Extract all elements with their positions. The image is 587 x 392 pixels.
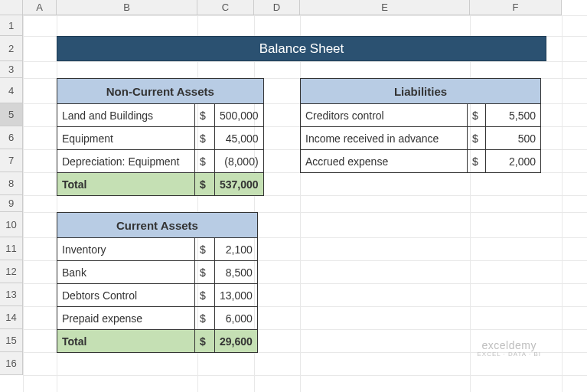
- row-header-13[interactable]: 13: [0, 283, 23, 306]
- row-value: 45,000: [215, 127, 264, 150]
- row-value: 6,000: [215, 307, 258, 330]
- row-value: 13,000: [215, 284, 258, 307]
- row-header-12[interactable]: 12: [0, 260, 23, 283]
- table-total-row[interactable]: Total$29,600: [57, 330, 258, 353]
- row-header-4[interactable]: 4: [0, 78, 23, 103]
- total-label: Total: [57, 173, 195, 196]
- row-label: Prepaid expense: [57, 307, 195, 330]
- row-value: 500,000: [215, 104, 264, 127]
- row-currency: $: [468, 127, 486, 150]
- total-currency: $: [195, 173, 215, 196]
- row-header-5[interactable]: 5: [0, 103, 23, 126]
- row-value: 5,500: [486, 104, 541, 127]
- row-header-3[interactable]: 3: [0, 61, 23, 78]
- row-currency: $: [468, 150, 486, 173]
- total-label: Total: [57, 330, 195, 353]
- row-currency: $: [195, 307, 215, 330]
- row-currency: $: [195, 238, 215, 261]
- row-label: Accrued expense: [301, 150, 468, 173]
- table-row[interactable]: Bank$8,500: [57, 261, 258, 284]
- col-header-A[interactable]: A: [23, 0, 57, 15]
- row-header-15[interactable]: 15: [0, 329, 23, 352]
- total-value: 29,600: [215, 330, 258, 353]
- nca-header: Non-Current Assets: [57, 79, 264, 104]
- table-row[interactable]: Debtors Control$13,000: [57, 284, 258, 307]
- watermark-tag: EXCEL · DATA · BI: [477, 351, 541, 358]
- row-currency: $: [195, 150, 215, 173]
- row-currency: $: [195, 104, 215, 127]
- row-value: (8,000): [215, 150, 264, 173]
- table-row[interactable]: Depreciation: Equipment$(8,000): [57, 150, 264, 173]
- row-currency: $: [195, 127, 215, 150]
- row-header-8[interactable]: 8: [0, 172, 23, 195]
- table-row[interactable]: Creditors control$5,500: [301, 104, 541, 127]
- row-header-11[interactable]: 11: [0, 237, 23, 260]
- row-header-2[interactable]: 2: [0, 36, 23, 61]
- table-non-current-assets: Non-Current Assets Land and Buildings$50…: [57, 78, 264, 196]
- liab-header: Liabilities: [301, 79, 541, 104]
- total-currency: $: [195, 330, 215, 353]
- row-header-16[interactable]: 16: [0, 352, 23, 375]
- table-row[interactable]: Inventory$2,100: [57, 238, 258, 261]
- row-header-6[interactable]: 6: [0, 126, 23, 149]
- row-currency: $: [468, 104, 486, 127]
- sheet-title-text: Balance Sheet: [259, 41, 344, 57]
- col-header-F[interactable]: F: [470, 0, 562, 15]
- row-currency: $: [195, 284, 215, 307]
- col-header-C[interactable]: C: [197, 0, 254, 15]
- row-value: 500: [486, 127, 541, 150]
- ca-header: Current Assets: [57, 213, 258, 238]
- row-value: 2,000: [486, 150, 541, 173]
- row-header-10[interactable]: 10: [0, 212, 23, 237]
- col-header-E[interactable]: E: [300, 0, 470, 15]
- row-label: Equipment: [57, 127, 195, 150]
- table-row[interactable]: Prepaid expense$6,000: [57, 307, 258, 330]
- row-value: 8,500: [215, 261, 258, 284]
- row-label: Income received in advance: [301, 127, 468, 150]
- table-row[interactable]: Accrued expense$2,000: [301, 150, 541, 173]
- row-currency: $: [195, 261, 215, 284]
- table-row[interactable]: Land and Buildings$500,000: [57, 104, 264, 127]
- table-row[interactable]: Equipment$45,000: [57, 127, 264, 150]
- table-liabilities: Liabilities Creditors control$5,500Incom…: [300, 78, 541, 173]
- row-label: Bank: [57, 261, 195, 284]
- corner-cell[interactable]: [0, 0, 23, 15]
- row-label: Creditors control: [301, 104, 468, 127]
- row-label: Debtors Control: [57, 284, 195, 307]
- sheet-title: Balance Sheet: [57, 36, 546, 61]
- row-header-14[interactable]: 14: [0, 306, 23, 329]
- row-header-1[interactable]: 1: [0, 15, 23, 36]
- col-header-D[interactable]: D: [254, 0, 300, 15]
- row-value: 2,100: [215, 238, 258, 261]
- table-current-assets: Current Assets Inventory$2,100Bank$8,500…: [57, 212, 258, 353]
- table-total-row[interactable]: Total$537,000: [57, 173, 264, 196]
- col-header-B[interactable]: B: [57, 0, 197, 15]
- row-label: Depreciation: Equipment: [57, 150, 195, 173]
- row-label: Land and Buildings: [57, 104, 195, 127]
- watermark: exceldemy EXCEL · DATA · BI: [477, 340, 541, 358]
- row-label: Inventory: [57, 238, 195, 261]
- total-value: 537,000: [215, 173, 264, 196]
- row-header-7[interactable]: 7: [0, 149, 23, 172]
- row-header-9[interactable]: 9: [0, 195, 23, 212]
- watermark-brand: exceldemy: [482, 339, 536, 351]
- table-row[interactable]: Income received in advance$500: [301, 127, 541, 150]
